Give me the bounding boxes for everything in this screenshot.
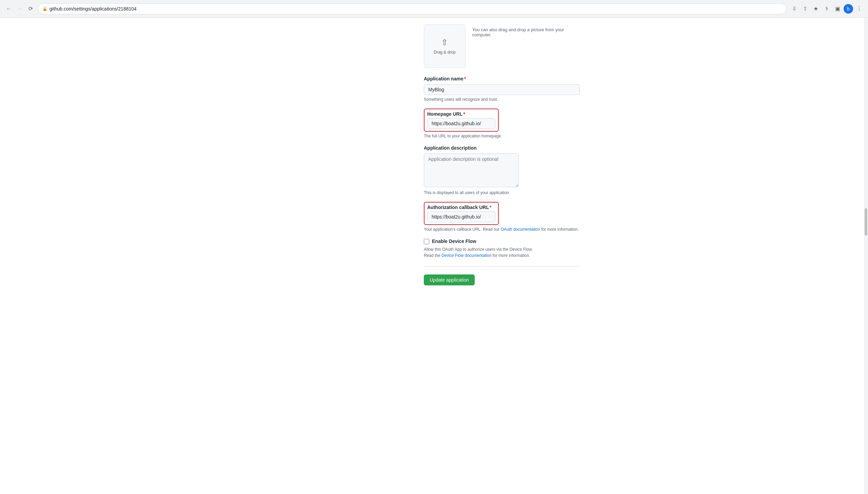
- app-description-label: Application description: [424, 145, 580, 151]
- browser-actions: ⇩ ⇧ ★ ⚕ ▣ b ⋮: [789, 4, 864, 14]
- nav-buttons: ← → ⟳: [4, 4, 35, 14]
- callback-url-help: Your application's callback URL. Read ou…: [424, 227, 580, 232]
- homepage-url-group: Homepage URL* The full URL to your appli…: [424, 109, 580, 138]
- callback-url-input[interactable]: [427, 211, 495, 222]
- menu-icon[interactable]: ⋮: [854, 4, 864, 14]
- homepage-url-input[interactable]: [427, 118, 495, 129]
- app-description-textarea[interactable]: [424, 153, 519, 187]
- device-flow-docs-link[interactable]: Device Flow documentation: [441, 253, 491, 258]
- device-flow-group: Enable Device Flow Allow this OAuth App …: [424, 239, 580, 258]
- callback-url-label: Authorization callback URL*: [427, 205, 495, 210]
- scrollbar-track: [864, 18, 868, 306]
- device-flow-checkbox-row: Enable Device Flow: [424, 239, 580, 244]
- homepage-url-help: The full URL to your application homepag…: [424, 134, 580, 138]
- callback-url-group: Authorization callback URL* Your applica…: [424, 202, 580, 232]
- scrollbar-thumb[interactable]: [865, 208, 867, 235]
- device-flow-help2: Read the Device Flow documentation for m…: [424, 253, 580, 258]
- profile-avatar[interactable]: b: [844, 4, 853, 14]
- share-icon[interactable]: ⇧: [800, 4, 810, 14]
- lock-icon: 🔒: [42, 6, 47, 11]
- drag-drop-section: ⇧ Drag & drop You can also drag and drop…: [424, 24, 580, 68]
- callback-required-star: *: [490, 205, 491, 210]
- extensions-icon[interactable]: ⚕: [822, 4, 831, 14]
- drag-drop-hint: You can also drag and drop a picture fro…: [472, 27, 580, 37]
- bookmark-icon[interactable]: ★: [811, 4, 821, 14]
- address-bar[interactable]: 🔒 github.com/settings/applications/21881…: [38, 3, 787, 14]
- update-application-button[interactable]: Update application: [424, 274, 475, 285]
- oauth-docs-link[interactable]: OAuth documentation: [501, 227, 540, 232]
- forward-button[interactable]: →: [15, 4, 24, 14]
- device-flow-label[interactable]: Enable Device Flow: [432, 239, 476, 244]
- upload-icon: ⇧: [441, 38, 448, 47]
- page-content: ⇧ Drag & drop You can also drag and drop…: [0, 18, 868, 306]
- url-text: github.com/settings/applications/2188104: [50, 6, 137, 12]
- split-view-icon[interactable]: ▣: [833, 4, 842, 14]
- device-flow-help1: Allow this OAuth App to authorize users …: [424, 247, 580, 252]
- app-name-help: Something users will recognize and trust…: [424, 97, 580, 102]
- homepage-highlight: Homepage URL*: [424, 109, 499, 132]
- drag-drop-label: Drag & drop: [434, 50, 456, 55]
- app-description-help: This is displayed to all users of your a…: [424, 190, 580, 195]
- app-name-label: Application name*: [424, 76, 580, 81]
- refresh-button[interactable]: ⟳: [26, 4, 35, 14]
- homepage-required-star: *: [463, 111, 465, 117]
- homepage-url-label: Homepage URL*: [427, 111, 495, 117]
- device-flow-checkbox[interactable]: [424, 239, 429, 244]
- browser-chrome: ← → ⟳ 🔒 github.com/settings/applications…: [0, 0, 868, 18]
- required-star: *: [464, 76, 466, 81]
- back-button[interactable]: ←: [4, 4, 14, 14]
- form-container: ⇧ Drag & drop You can also drag and drop…: [275, 18, 593, 306]
- download-icon[interactable]: ⇩: [789, 4, 799, 14]
- callback-highlight: Authorization callback URL*: [424, 202, 499, 225]
- app-description-group: Application description This is displaye…: [424, 145, 580, 195]
- form-divider: [424, 266, 580, 266]
- app-name-group: Application name* Something users will r…: [424, 76, 580, 102]
- drag-drop-box[interactable]: ⇧ Drag & drop: [424, 24, 466, 68]
- app-name-input[interactable]: [424, 84, 580, 95]
